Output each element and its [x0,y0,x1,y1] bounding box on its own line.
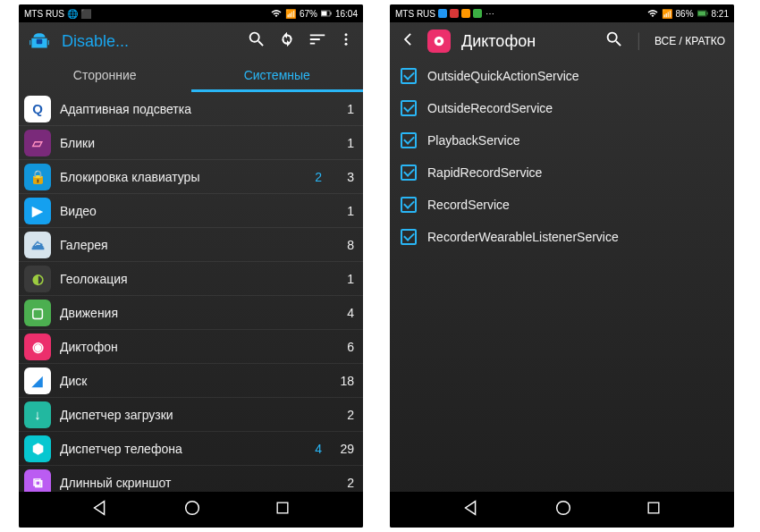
app-row[interactable]: ▢Движения4 [19,296,363,330]
view-toggle-button[interactable]: ВСЕ / КРАТКО [654,35,725,47]
refresh-icon[interactable] [277,30,297,53]
checkbox-icon[interactable] [401,100,417,116]
app-row-label: Блики [60,136,290,150]
app-row[interactable]: 🔒Блокировка клавиатуры23 [19,160,363,194]
service-row[interactable]: PlaybackService [390,124,734,156]
app-row-icon: Q [24,96,51,122]
app-row-icon: ⬢ [24,435,51,462]
nav-bar [390,492,734,528]
app-row-label: Геолокация [60,272,290,286]
checkbox-icon[interactable] [401,68,417,84]
status-icon: 🌐 [67,8,78,19]
total-count: 1 [331,102,354,116]
total-count: 18 [331,374,354,388]
app-row-label: Диктофон [60,340,290,354]
status-bar: MTS RUS ⋯ 📶 86% 8:21 [390,4,734,22]
service-row[interactable]: RecordService [390,189,734,221]
nav-bar [19,492,363,528]
menu-icon[interactable] [338,30,354,53]
total-count: 8 [331,238,354,252]
total-count: 2 [331,476,354,490]
clock: 16:04 [335,9,358,19]
status-icon [473,9,482,18]
app-row[interactable]: ⬢Диспетчер телефона429 [19,432,363,466]
action-bar: Диктофон │ ВСЕ / КРАТКО [390,22,734,60]
service-list[interactable]: OutsideQuickActionServiceOutsideRecordSe… [390,60,734,492]
recent-icon[interactable] [274,499,291,520]
app-row[interactable]: ◐Геолокация1 [19,262,363,296]
disabled-count: 2 [299,170,322,184]
checkbox-icon[interactable] [401,229,417,245]
wifi-icon [271,8,282,19]
app-title: Disable... [62,32,236,51]
service-row[interactable]: OutsideRecordService [390,92,734,124]
service-label: RecordService [427,198,510,212]
back-icon[interactable] [90,498,110,521]
app-row-icon: ▱ [24,130,51,156]
svg-rect-2 [330,13,331,15]
total-count: 1 [331,272,354,286]
app-row[interactable]: ⛰Галерея8 [19,228,363,262]
checkbox-icon[interactable] [401,165,417,181]
app-row[interactable]: ⧉Длинный скриншот2 [19,466,363,492]
svg-point-4 [345,33,348,36]
search-icon[interactable] [247,30,266,53]
service-label: PlaybackService [427,133,520,148]
app-row[interactable]: ▶Видео1 [19,194,363,228]
service-label: RapidRecordService [427,165,542,180]
battery-icon [321,8,332,19]
app-row[interactable]: ↓Диспетчер загрузки2 [19,398,363,432]
back-icon[interactable] [461,498,481,521]
tabs: Сторонние Системные [19,60,363,92]
app-row-icon: ↓ [24,401,51,428]
total-count: 4 [331,306,354,320]
svg-point-7 [185,502,198,515]
app-list[interactable]: QАдаптивная подсветка1▱Блики1🔒Блокировка… [19,92,363,492]
signal-icon: 📶 [662,8,672,19]
status-icon: ⋯ [485,8,495,19]
app-row-icon: 🔒 [24,164,51,190]
service-row[interactable]: OutsideQuickActionService [390,60,734,92]
status-icon [438,9,447,18]
status-icon: ⬛ [80,8,91,19]
app-icon [28,30,51,53]
app-row-label: Диск [60,374,290,388]
app-row-label: Движения [60,306,290,320]
app-row[interactable]: ◢Диск18 [19,364,363,398]
app-row-label: Адаптивная подсветка [60,102,290,116]
sort-icon[interactable] [308,30,327,53]
service-row[interactable]: RecorderWearableListenerService [390,221,734,253]
app-row[interactable]: ▱Блики1 [19,126,363,160]
service-label: OutsideQuickActionService [427,69,579,83]
svg-rect-10 [697,12,705,16]
tab-system[interactable]: Системные [191,60,364,92]
app-row-icon: ▢ [24,300,51,326]
home-icon[interactable] [553,498,573,521]
app-row-icon: ◉ [24,334,51,360]
app-row-icon: ◐ [24,266,51,292]
home-icon[interactable] [182,498,202,521]
service-row[interactable]: RapidRecordService [390,156,734,189]
app-row-label: Диспетчер загрузки [60,408,290,422]
back-arrow-icon[interactable] [399,30,417,52]
checkbox-icon[interactable] [401,197,417,213]
status-icon [461,9,470,18]
app-icon [427,30,451,53]
total-count: 2 [331,408,354,422]
total-count: 3 [331,170,354,184]
status-bar: MTS RUS 🌐 ⬛ 📶 67% 16:04 [19,4,363,22]
app-row-label: Длинный скриншот [60,476,290,490]
app-row[interactable]: QАдаптивная подсветка1 [19,92,363,126]
recent-icon[interactable] [645,499,663,520]
app-row[interactable]: ◉Диктофон6 [19,330,363,364]
disabled-count: 4 [299,442,322,456]
app-row-label: Видео [60,204,290,218]
app-row-label: Блокировка клавиатуры [60,170,290,184]
total-count: 1 [331,136,354,150]
search-icon[interactable] [604,30,624,53]
total-count: 1 [331,204,354,218]
screenshot-left: MTS RUS 🌐 ⬛ 📶 67% 16:04 Disable... [19,4,363,528]
checkbox-icon[interactable] [401,132,417,148]
tab-third-party[interactable]: Сторонние [19,60,191,92]
svg-rect-3 [37,39,43,44]
